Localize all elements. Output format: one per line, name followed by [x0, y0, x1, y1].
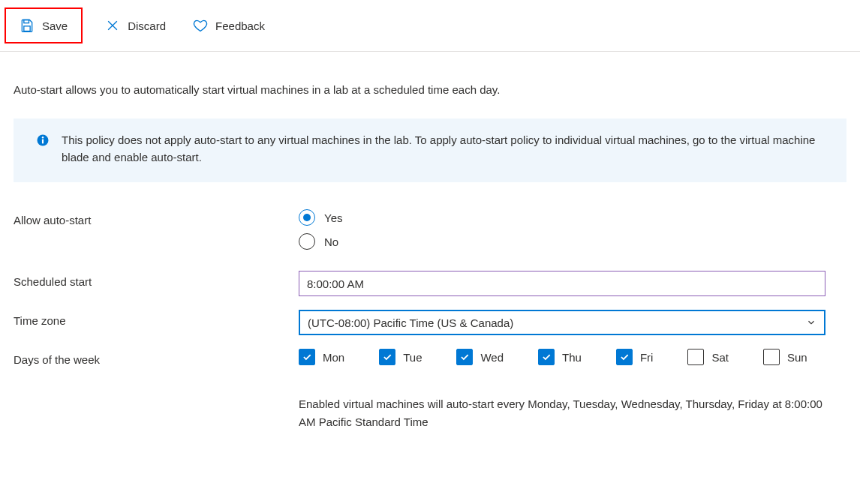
discard-button-label: Discard: [128, 20, 166, 32]
save-button-label: Save: [42, 20, 68, 32]
svg-rect-0: [24, 20, 29, 23]
row-allow-autostart: Allow auto-start Yes No: [14, 209, 846, 250]
radio-icon: [299, 233, 315, 250]
day-label: Fri: [640, 351, 654, 364]
chevron-down-icon: [806, 317, 816, 328]
row-timezone: Time zone (UTC-08:00) Pacific Time (US &…: [14, 310, 846, 335]
timezone-value: (UTC-08:00) Pacific Time (US & Canada): [308, 316, 513, 329]
day-wed[interactable]: Wed: [456, 349, 504, 365]
save-button[interactable]: Save: [15, 15, 72, 36]
allow-autostart-radio-group: Yes No: [299, 209, 825, 250]
feedback-button-label: Feedback: [215, 20, 265, 32]
radio-yes[interactable]: Yes: [299, 209, 825, 226]
radio-icon: [299, 209, 315, 226]
label-scheduled-start: Scheduled start: [14, 271, 299, 288]
feedback-button[interactable]: Feedback: [188, 15, 269, 36]
schedule-summary: Enabled virtual machines will auto-start…: [299, 395, 825, 431]
radio-yes-label: Yes: [324, 212, 342, 224]
row-scheduled-start: Scheduled start: [14, 271, 846, 296]
radio-no-label: No: [324, 236, 338, 248]
checkbox-icon: [538, 349, 555, 365]
save-highlight-box: Save: [5, 8, 83, 44]
day-thu[interactable]: Thu: [538, 349, 582, 365]
day-label: Sun: [787, 351, 807, 364]
page-description: Auto-start allows you to automatically s…: [14, 83, 846, 96]
label-days: Days of the week: [14, 349, 299, 366]
svg-rect-1: [24, 26, 30, 32]
row-days: Days of the week Mon Tue Wed Thu: [14, 349, 846, 431]
discard-button[interactable]: Discard: [101, 15, 170, 36]
timezone-select[interactable]: (UTC-08:00) Pacific Time (US & Canada): [299, 310, 825, 335]
info-icon: [36, 134, 50, 147]
checkbox-icon: [456, 349, 473, 365]
checkbox-icon: [379, 349, 395, 365]
day-tue[interactable]: Tue: [379, 349, 422, 365]
save-icon: [20, 18, 35, 33]
checkbox-icon: [616, 349, 633, 365]
day-label: Mon: [323, 351, 344, 364]
checkbox-icon: [687, 349, 704, 365]
toolbar: Save Discard Feedback: [0, 0, 860, 52]
svg-point-3: [42, 136, 44, 138]
label-allow-autostart: Allow auto-start: [14, 209, 299, 226]
form-body: Auto-start allows you to automatically s…: [0, 52, 860, 467]
day-sun[interactable]: Sun: [763, 349, 807, 365]
heart-icon: [193, 18, 208, 33]
day-label: Sat: [711, 351, 729, 364]
days-checkbox-row: Mon Tue Wed Thu Fri: [299, 349, 825, 365]
day-label: Thu: [562, 351, 582, 364]
checkbox-icon: [763, 349, 780, 365]
close-icon: [105, 18, 120, 33]
day-label: Tue: [403, 351, 422, 364]
day-mon[interactable]: Mon: [299, 349, 344, 365]
info-banner: This policy does not apply auto-start to…: [14, 118, 846, 182]
day-label: Wed: [480, 351, 504, 364]
radio-no[interactable]: No: [299, 233, 825, 250]
day-fri[interactable]: Fri: [616, 349, 654, 365]
scheduled-start-input[interactable]: [299, 271, 825, 296]
day-sat[interactable]: Sat: [687, 349, 729, 365]
svg-rect-4: [42, 140, 44, 144]
checkbox-icon: [299, 349, 315, 365]
label-timezone: Time zone: [14, 310, 299, 327]
info-banner-text: This policy does not apply auto-start to…: [62, 132, 830, 166]
